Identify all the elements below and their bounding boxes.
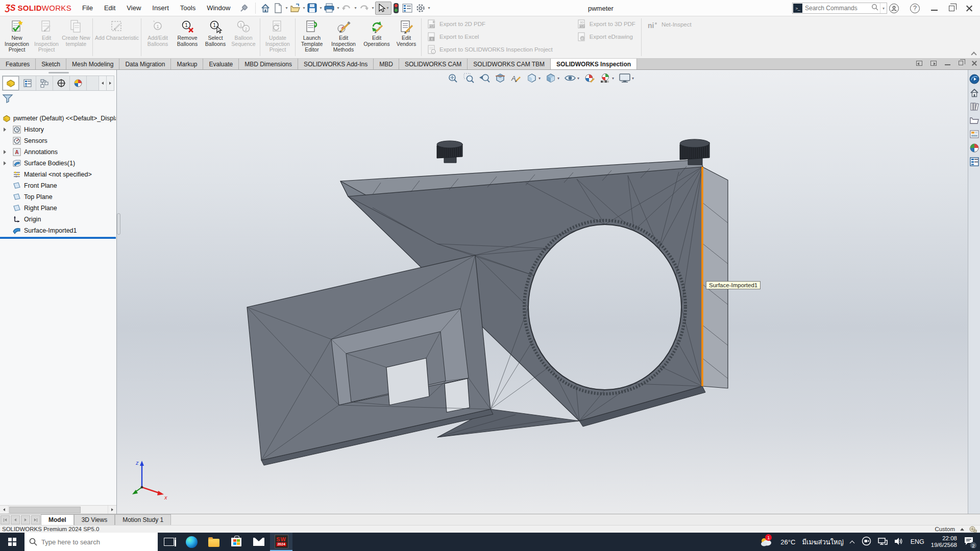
- tab-3d-views[interactable]: 3D Views: [74, 514, 115, 525]
- temperature[interactable]: 26°C: [780, 538, 795, 546]
- view-orientation-icon[interactable]: ▾: [526, 72, 541, 84]
- tree-item-front-plane[interactable]: Front Plane: [0, 180, 116, 191]
- tab-mbd[interactable]: MBD: [374, 59, 399, 69]
- file-explorer-icon[interactable]: [969, 115, 979, 126]
- apply-scene-icon[interactable]: ▾: [600, 72, 614, 84]
- tree-item-origin[interactable]: Origin: [0, 214, 116, 225]
- mail-icon[interactable]: [248, 533, 270, 551]
- tab-evaluate[interactable]: Evaluate: [203, 59, 239, 69]
- tree-item-material[interactable]: Material <not specified>: [0, 169, 116, 180]
- tab-mbd-dimensions[interactable]: MBD Dimensions: [239, 59, 298, 69]
- display-style-icon[interactable]: ▾: [545, 72, 559, 84]
- panel-splitter-grip[interactable]: [117, 213, 120, 235]
- taskbar-clock[interactable]: 22:08 19/6/2568: [931, 535, 957, 548]
- menu-file[interactable]: File: [77, 0, 99, 16]
- tree-item-surface-bodies[interactable]: Surface Bodies(1): [0, 158, 116, 169]
- panel-tabs-scroll-left[interactable]: [99, 76, 106, 90]
- section-view-icon[interactable]: [495, 72, 506, 84]
- tree-item-sensors[interactable]: Sensors: [0, 135, 116, 146]
- edit-appearance-icon[interactable]: [584, 72, 595, 84]
- tab-model[interactable]: Model: [41, 514, 74, 525]
- rebuild-traffic-light-icon[interactable]: [391, 2, 401, 15]
- tab-dimxpert-manager[interactable]: [53, 76, 70, 90]
- tab-feature-manager[interactable]: [3, 76, 19, 90]
- taskbar-search[interactable]: [24, 533, 158, 551]
- tab-property-manager[interactable]: [19, 76, 36, 90]
- file-explorer-taskbar-icon[interactable]: [203, 533, 225, 551]
- tab-data-migration[interactable]: Data Migration: [119, 59, 171, 69]
- tree-item-top-plane[interactable]: Top Plane: [0, 191, 116, 203]
- zoom-fit-icon[interactable]: [447, 72, 458, 84]
- rollback-bar[interactable]: [0, 237, 116, 239]
- tab-sketch[interactable]: Sketch: [36, 59, 66, 69]
- pane-right-icon[interactable]: [930, 61, 937, 66]
- tab-solidworks-add-ins[interactable]: SOLIDWORKS Add-Ins: [298, 59, 374, 69]
- view-settings-icon[interactable]: ▾: [619, 72, 634, 84]
- graphics-viewport[interactable]: A ▾ ▾ ▾ ▾ ▾ Surface-Imported1 z x: [0, 70, 968, 514]
- tree-item-right-plane[interactable]: Right Plane: [0, 203, 116, 214]
- menu-edit[interactable]: Edit: [99, 0, 121, 16]
- search-commands-input[interactable]: [803, 5, 870, 12]
- new-inspection-project-button[interactable]: New Inspection Project: [2, 16, 32, 58]
- scroll-left-button[interactable]: [0, 506, 9, 514]
- tab-solidworks-cam-tbm[interactable]: SOLIDWORKS CAM TBM: [468, 59, 551, 69]
- network-icon[interactable]: [878, 537, 888, 547]
- settings-dropdown[interactable]: ▾: [427, 6, 431, 10]
- print-dropdown[interactable]: ▾: [336, 6, 340, 10]
- menu-view[interactable]: View: [121, 0, 146, 16]
- panel-grip[interactable]: [48, 72, 69, 73]
- task-view-button[interactable]: [158, 533, 180, 551]
- save-icon[interactable]: [306, 2, 318, 15]
- meet-now-icon[interactable]: [862, 536, 871, 547]
- unit-system[interactable]: Custom: [935, 526, 955, 532]
- new-document-icon[interactable]: [272, 2, 284, 15]
- print-icon[interactable]: [323, 2, 336, 15]
- weather-description[interactable]: มีเมฆส่วนใหญ่: [802, 537, 843, 547]
- dropdown-caret[interactable]: ▾: [557, 76, 559, 81]
- launch-template-editor-button[interactable]: Launch Template Editor: [297, 16, 327, 58]
- tree-root-pwmeter[interactable]: pwmeter (Default) <<Default>_Displa: [0, 113, 116, 124]
- previous-view-icon[interactable]: [479, 72, 490, 84]
- panel-horizontal-scrollbar[interactable]: [0, 505, 116, 514]
- annotation-view-icon[interactable]: A: [510, 72, 522, 84]
- tab-solidworks-inspection[interactable]: SOLIDWORKS Inspection: [551, 59, 637, 69]
- menu-insert[interactable]: Insert: [146, 0, 175, 16]
- open-dropdown[interactable]: ▾: [302, 6, 306, 10]
- tree-item-history[interactable]: History: [0, 124, 116, 135]
- close-button[interactable]: [966, 5, 973, 12]
- design-library-icon[interactable]: [969, 102, 979, 112]
- tree-filter[interactable]: [2, 92, 13, 105]
- hide-show-items-icon[interactable]: ▾: [564, 72, 579, 84]
- menu-window[interactable]: Window: [201, 0, 236, 16]
- home-tab-icon[interactable]: [969, 88, 979, 98]
- dropdown-caret[interactable]: ▾: [577, 76, 579, 81]
- action-center-icon[interactable]: 2: [964, 536, 975, 547]
- search-icon[interactable]: [871, 4, 878, 13]
- minimize-button[interactable]: [931, 10, 938, 11]
- options-list-icon[interactable]: [401, 2, 414, 15]
- expand-arrow-icon[interactable]: [4, 150, 8, 154]
- show-hidden-icons-chevron[interactable]: [850, 540, 855, 544]
- edit-operations-button[interactable]: Edit Operations: [360, 16, 393, 58]
- tab-mesh-modeling[interactable]: Mesh Modeling: [66, 59, 119, 69]
- edit-vendors-button[interactable]: Edit Vendors: [393, 16, 420, 58]
- doc-restore-icon[interactable]: [959, 61, 963, 65]
- start-button[interactable]: [0, 533, 24, 551]
- solidworks-resources-icon[interactable]: [969, 74, 979, 84]
- unit-system-caret[interactable]: [960, 528, 964, 531]
- tab-configuration-manager[interactable]: [36, 76, 53, 90]
- tab-display-manager[interactable]: [70, 76, 87, 90]
- command-search[interactable]: >_ ▾: [792, 3, 887, 14]
- weather-icon[interactable]: 1: [758, 533, 774, 551]
- dropdown-caret[interactable]: ▾: [538, 76, 541, 81]
- tab-features[interactable]: Features: [0, 59, 36, 69]
- select-tool[interactable]: ▾: [375, 2, 391, 15]
- scroll-thumb[interactable]: [9, 507, 81, 513]
- help-icon[interactable]: ?: [910, 4, 920, 13]
- edge-browser-icon[interactable]: [180, 533, 203, 551]
- microsoft-store-icon[interactable]: [225, 533, 248, 551]
- edit-inspection-methods-button[interactable]: Edit Inspection Methods: [327, 16, 360, 58]
- tree-item-surface-imported1[interactable]: Surface-Imported1: [0, 225, 116, 236]
- pane-left-icon[interactable]: [916, 61, 922, 66]
- dropdown-caret[interactable]: ▾: [632, 76, 634, 81]
